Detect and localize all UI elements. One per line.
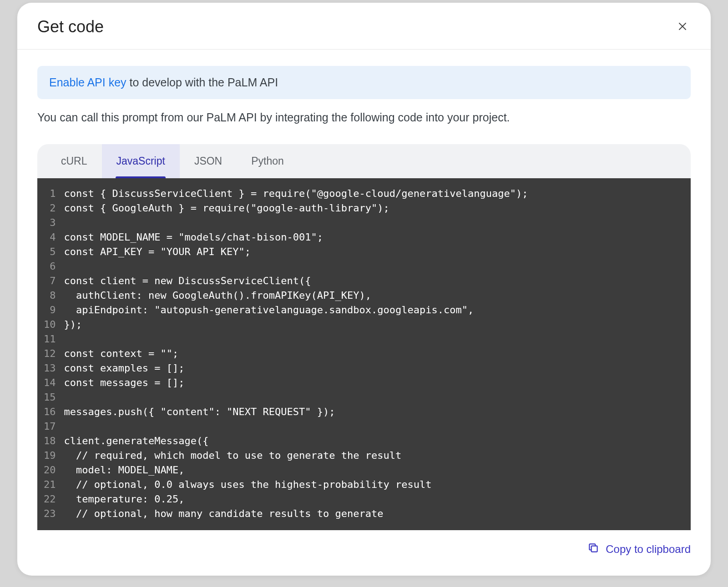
tab-curl[interactable]: cURL [46, 144, 102, 178]
close-icon [677, 21, 688, 33]
dialog-title: Get code [37, 17, 104, 36]
enable-api-banner: Enable API key to develop with the PaLM … [37, 66, 691, 99]
tab-json[interactable]: JSON [180, 144, 237, 178]
copy-to-clipboard-button[interactable]: Copy to clipboard [587, 542, 691, 557]
dialog-body: Enable API key to develop with the PaLM … [17, 50, 711, 530]
copy-icon [587, 542, 599, 557]
line-number-gutter: 1 2 3 4 5 6 7 8 9 10 11 12 13 14 15 16 1… [37, 186, 64, 524]
description-text: You can call this prompt from our PaLM A… [37, 111, 691, 124]
tab-python[interactable]: Python [237, 144, 298, 178]
code-tabs: cURL JavaScript JSON Python [37, 144, 691, 178]
code-area[interactable]: 1 2 3 4 5 6 7 8 9 10 11 12 13 14 15 16 1… [37, 178, 691, 530]
dialog-header: Get code [17, 3, 711, 50]
get-code-dialog: Get code Enable API key to develop with … [17, 3, 711, 576]
banner-text: to develop with the PaLM API [126, 76, 278, 89]
svg-rect-2 [592, 546, 597, 552]
enable-api-key-link[interactable]: Enable API key [49, 76, 126, 89]
copy-label: Copy to clipboard [606, 543, 691, 556]
close-button[interactable] [674, 18, 691, 36]
code-card: cURL JavaScript JSON Python 1 2 3 4 5 6 … [37, 144, 691, 530]
code-content: const { DiscussServiceClient } = require… [64, 186, 537, 524]
tab-javascript[interactable]: JavaScript [102, 144, 180, 178]
dialog-footer: Copy to clipboard [17, 530, 711, 576]
